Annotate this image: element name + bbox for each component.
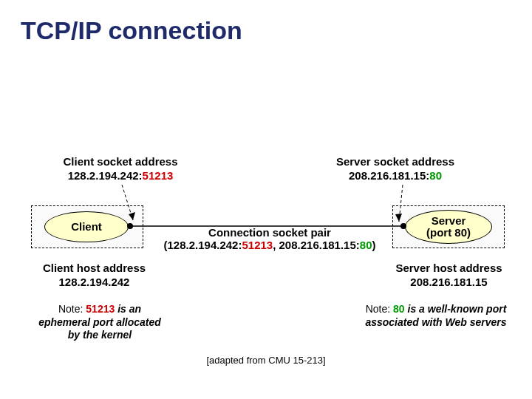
server-socket-label: Server socket address 208.216.181.15:80 (318, 155, 473, 183)
server-socket-heading: Server socket address (336, 155, 454, 168)
client-note-b: is an (115, 303, 141, 315)
client-host-heading: Client host address (43, 262, 146, 274)
server-host-heading: Server host address (395, 262, 502, 274)
server-node: Server (port 80) (405, 210, 492, 244)
server-note: Note: 80 is a well-known port associated… (347, 303, 525, 329)
client-socket-port: 51213 (143, 169, 174, 182)
server-note-c: associated with Web servers (365, 316, 506, 328)
server-node-label-1: Server (432, 214, 466, 227)
conn-pair-client-ip: 128.2.194.242 (168, 239, 239, 251)
conn-pair-heading: Connection socket pair (208, 226, 331, 239)
client-socket-label: Client socket address 128.2.194.242:5121… (43, 155, 198, 183)
client-note-c: ephemeral port allocated (38, 316, 161, 328)
server-note-a: Note: (366, 303, 393, 315)
client-host-label: Client host address 128.2.194.242 (30, 262, 159, 290)
server-socket-port: 80 (429, 169, 442, 182)
client-socket-ip: 128.2.194.242 (68, 169, 139, 182)
client-host-ip: 128.2.194.242 (59, 276, 130, 288)
server-note-b: is a well-known port (405, 303, 507, 315)
conn-pair-sep: , (273, 239, 279, 251)
client-note-a: Note: (58, 303, 86, 315)
conn-pair-close: ) (372, 239, 375, 251)
server-note-port: 80 (393, 303, 405, 315)
conn-pair-server-port: 80 (360, 239, 372, 251)
client-note-port: 51213 (86, 303, 115, 315)
server-host-ip: 208.216.181.15 (410, 276, 487, 288)
client-socket-heading: Client socket address (63, 155, 177, 168)
client-note: Note: 51213 is an ephemeral port allocat… (22, 303, 177, 342)
attribution: [adapted from CMU 15-213] (192, 355, 340, 366)
server-socket-ip: 208.216.181.15 (349, 169, 426, 182)
page-title: TCP/IP connection (21, 16, 242, 45)
server-host-label: Server host address 208.216.181.15 (377, 262, 521, 290)
conn-pair-server-ip: 208.216.181.15 (279, 239, 356, 251)
connection-pair-label: Connection socket pair (128.2.194.242:51… (148, 226, 392, 251)
client-note-d: by the kernel (68, 329, 132, 341)
server-node-label-2: (port 80) (426, 226, 471, 239)
client-node-label: Client (71, 221, 102, 233)
conn-pair-client-port: 51213 (242, 239, 273, 251)
client-node: Client (44, 211, 129, 242)
